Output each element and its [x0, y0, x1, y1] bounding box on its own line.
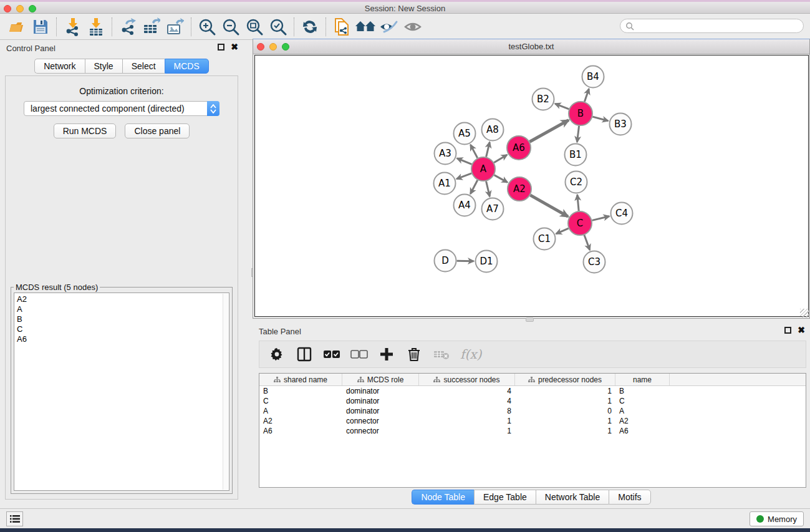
- table-cell[interactable]: 0: [515, 406, 615, 416]
- memory-button[interactable]: Memory: [750, 511, 804, 526]
- table-row[interactable]: Bdominator41B: [259, 386, 806, 396]
- node-B1[interactable]: B1: [565, 144, 587, 166]
- new-network-from-selection-icon[interactable]: [330, 16, 354, 37]
- node-D[interactable]: D: [435, 250, 456, 272]
- node-D1[interactable]: D1: [476, 251, 498, 273]
- edge-B-B1[interactable]: [577, 126, 579, 142]
- table-cell[interactable]: 1: [515, 426, 615, 436]
- table-cell[interactable]: B: [259, 386, 342, 396]
- refresh-layout-icon[interactable]: [298, 16, 322, 37]
- table-cell[interactable]: 1: [419, 426, 515, 436]
- import-table-icon[interactable]: [84, 16, 108, 37]
- close-panel-icon[interactable]: ✖: [231, 44, 238, 51]
- tab-style[interactable]: Style: [85, 59, 122, 74]
- result-item[interactable]: A2: [17, 294, 229, 304]
- zoom-in-icon[interactable]: [195, 16, 219, 37]
- edge-A-A4[interactable]: [470, 180, 477, 194]
- edge-A-A8[interactable]: [486, 142, 490, 157]
- column-view-icon[interactable]: [293, 344, 316, 365]
- select-all-rows-icon[interactable]: [321, 344, 343, 365]
- edge-A-A2[interactable]: [494, 175, 508, 183]
- table-cell[interactable]: A: [615, 406, 670, 416]
- first-neighbors-icon[interactable]: [354, 16, 377, 37]
- result-list-scrollbar[interactable]: [223, 294, 228, 490]
- search-input[interactable]: [634, 22, 790, 31]
- column-header-MCDS-role[interactable]: MCDS role: [342, 374, 419, 385]
- horizontal-splitter-handle[interactable]: [526, 317, 534, 322]
- search-box[interactable]: [620, 19, 804, 33]
- float-panel-icon[interactable]: [218, 44, 224, 51]
- run-mcds-button[interactable]: Run MCDS: [54, 123, 117, 138]
- close-table-panel-icon[interactable]: ✖: [798, 327, 805, 334]
- tab-node-table[interactable]: Node Table: [412, 490, 474, 505]
- table-row[interactable]: Adominator80A: [259, 406, 806, 416]
- result-item[interactable]: A6: [17, 334, 229, 344]
- table-cell[interactable]: dominator: [342, 396, 419, 406]
- table-cell[interactable]: 1: [515, 396, 615, 406]
- column-header-shared-name[interactable]: shared name: [259, 374, 342, 385]
- network-canvas[interactable]: B4B2BB3A5A8A6B1A3AA1C2A2A4A7C4CC1C3DD1: [254, 55, 809, 317]
- node-A5[interactable]: A5: [454, 123, 476, 145]
- open-session-icon[interactable]: [5, 16, 29, 37]
- table-cell[interactable]: A2: [615, 416, 670, 426]
- node-B3[interactable]: B3: [610, 114, 632, 135]
- node-C4[interactable]: C4: [611, 203, 633, 225]
- tab-select[interactable]: Select: [122, 59, 165, 74]
- table-cell[interactable]: 1: [515, 416, 615, 426]
- add-column-icon[interactable]: [375, 344, 398, 365]
- table-cell[interactable]: A: [259, 406, 342, 416]
- result-item[interactable]: A: [17, 304, 229, 314]
- edge-A-A1[interactable]: [456, 173, 471, 179]
- save-session-icon[interactable]: [29, 16, 52, 37]
- table-settings-icon[interactable]: [266, 344, 288, 365]
- float-table-panel-icon[interactable]: [784, 327, 791, 334]
- deselect-all-rows-icon[interactable]: [348, 344, 370, 365]
- edge-C-C2[interactable]: [577, 195, 579, 211]
- mcds-result-list[interactable]: A2ABCA6: [14, 293, 229, 491]
- close-panel-button[interactable]: Close panel: [125, 123, 190, 138]
- edge-A-A6[interactable]: [494, 155, 507, 162]
- result-item[interactable]: C: [17, 324, 229, 334]
- import-network-icon[interactable]: [60, 16, 84, 37]
- table-cell[interactable]: 4: [419, 396, 515, 406]
- node-A7[interactable]: A7: [482, 198, 504, 220]
- network-window-titlebar[interactable]: testGlobe.txt: [253, 39, 809, 54]
- table-cell[interactable]: 1: [515, 386, 615, 396]
- export-image-icon[interactable]: [163, 16, 187, 37]
- node-A3[interactable]: A3: [435, 143, 456, 165]
- node-A2[interactable]: A2: [508, 177, 531, 201]
- show-all-icon[interactable]: [401, 16, 425, 37]
- table-cell[interactable]: B: [615, 386, 670, 396]
- zoom-selected-icon[interactable]: [266, 16, 290, 37]
- tab-motifs[interactable]: Motifs: [609, 490, 650, 505]
- column-header-successor-nodes[interactable]: successor nodes: [419, 374, 515, 385]
- criterion-dropdown[interactable]: largest connected component (directed): [24, 101, 219, 116]
- tab-network-table[interactable]: Network Table: [536, 490, 609, 505]
- edge-A-A5[interactable]: [471, 145, 478, 158]
- zoom-out-icon[interactable]: [219, 16, 243, 37]
- node-A[interactable]: A: [471, 157, 495, 181]
- edge-C-C4[interactable]: [592, 216, 609, 221]
- edge-B-B3[interactable]: [592, 117, 608, 121]
- node-C1[interactable]: C1: [534, 228, 556, 250]
- node-B4[interactable]: B4: [582, 66, 604, 88]
- apply-function-icon[interactable]: f(x): [460, 347, 481, 362]
- node-A4[interactable]: A4: [454, 195, 476, 216]
- delete-column-icon[interactable]: [403, 344, 425, 365]
- table-row[interactable]: Cdominator41C: [259, 396, 806, 406]
- edge-A-A7[interactable]: [486, 181, 490, 196]
- export-table-icon[interactable]: [140, 16, 163, 37]
- edge-C-C1[interactable]: [556, 228, 569, 234]
- node-A8[interactable]: A8: [482, 119, 504, 141]
- hide-selected-icon[interactable]: [377, 16, 401, 37]
- table-cell[interactable]: connector: [342, 416, 419, 426]
- table-cell[interactable]: C: [615, 396, 670, 406]
- edge-A2-C[interactable]: [530, 195, 567, 216]
- tab-edge-table[interactable]: Edge Table: [474, 490, 536, 505]
- zoom-fit-icon[interactable]: [243, 16, 266, 37]
- table-cell[interactable]: A6: [259, 426, 342, 436]
- table-cell[interactable]: connector: [342, 426, 419, 436]
- table-cell[interactable]: dominator: [342, 386, 419, 396]
- tab-mcds[interactable]: MCDS: [165, 59, 209, 74]
- node-A1[interactable]: A1: [434, 173, 456, 195]
